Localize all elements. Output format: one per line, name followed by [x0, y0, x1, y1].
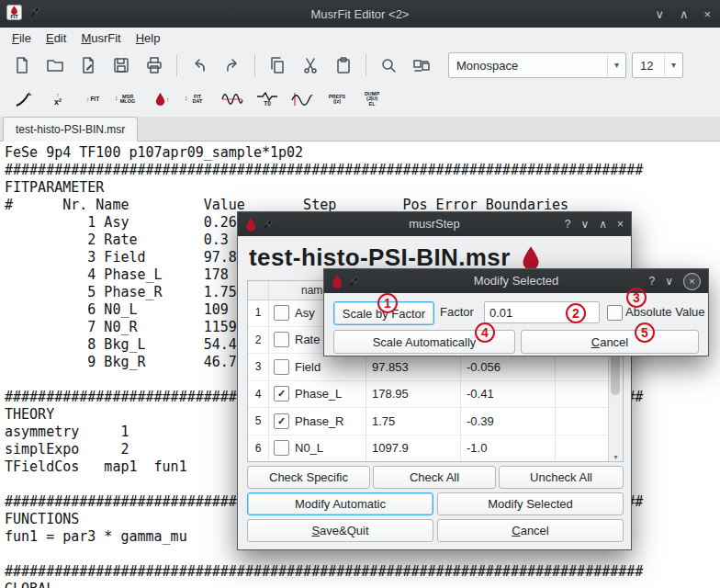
- close-button[interactable]: ×: [703, 7, 711, 21]
- row-checkbox[interactable]: [274, 440, 289, 456]
- row-checkbox[interactable]: ✓: [274, 386, 289, 401]
- row-checkbox[interactable]: ✓: [274, 413, 289, 429]
- musr-calc-chisq-button[interactable]: ↑ x²: [44, 85, 72, 114]
- row-checkbox[interactable]: [274, 305, 289, 321]
- swap-arrow-icon: ↕: [115, 95, 118, 101]
- check-all-button[interactable]: Check All: [373, 466, 496, 489]
- chevron-down-icon[interactable]: ▾: [664, 54, 682, 76]
- name-cell: N0_L: [269, 435, 366, 462]
- scrollbar-down-icon[interactable]: ▼: [609, 454, 623, 460]
- copy-button[interactable]: [264, 52, 290, 78]
- musr-fit-button[interactable]: ↑FIT: [79, 85, 107, 114]
- musrstep-titlebar[interactable]: musrStep ? ∨ ∧ ×: [238, 212, 631, 236]
- editor-line: ########################################…: [5, 162, 720, 179]
- param-name: Phase_R: [295, 414, 343, 428]
- absolute-value-checkbox[interactable]: [607, 305, 623, 321]
- up-arrow-icon: ↑: [166, 96, 170, 103]
- maximize-button[interactable]: ∧: [680, 7, 689, 21]
- menubar: File Edit MusrFit Help: [0, 28, 720, 49]
- musr-wiz-button[interactable]: [9, 85, 37, 114]
- font-family-combobox[interactable]: Monospace ▾: [448, 52, 626, 78]
- check-specific-button[interactable]: Check Specific: [247, 466, 370, 489]
- t0-label: T0: [264, 101, 271, 107]
- close-button[interactable]: ×: [617, 218, 624, 231]
- search-icon: [379, 56, 398, 74]
- chevron-down-icon[interactable]: ▾: [607, 54, 625, 76]
- font-size-combobox[interactable]: 12 ▾: [632, 52, 683, 78]
- modify-selected-dialog: Modify Selected ? ∨ × Scale by Factor Fa…: [323, 268, 709, 356]
- annotation-4: 4: [475, 322, 495, 343]
- value-cell: 97.853: [366, 354, 461, 380]
- empty-cell: [556, 435, 609, 462]
- row-number: 2: [248, 327, 269, 354]
- undo-button[interactable]: [186, 52, 212, 78]
- file-toolbar: Monospace ▾ 12 ▾: [0, 49, 720, 82]
- musr-dump-button[interactable]: DUMP (J|U) EL: [358, 85, 386, 114]
- font-family-value: Monospace: [449, 59, 607, 73]
- save-quit-button[interactable]: Save&Quit: [247, 519, 433, 542]
- app-icon-label: FIT: [10, 14, 18, 19]
- musr-view-button[interactable]: [219, 85, 246, 114]
- menu-edit[interactable]: Edit: [39, 29, 73, 48]
- musrstep-dialog: musrStep ? ∨ ∧ × test-histo-PSI-BIN.msr …: [237, 211, 632, 550]
- scissors-icon: [301, 56, 320, 74]
- cancel-button[interactable]: Cancel: [521, 330, 699, 354]
- print-button[interactable]: [141, 52, 167, 78]
- reload-file-button[interactable]: [75, 52, 101, 78]
- titlebar[interactable]: FIT MusrFit Editor <2> ∨ ∧ ×: [0, 0, 720, 28]
- menu-help[interactable]: Help: [129, 29, 168, 48]
- table-row[interactable]: 4 ✓Phase_L 178.95 -0.41: [248, 381, 609, 409]
- musr-prefs-button[interactable]: PREFS (|z): [323, 85, 351, 114]
- row-checkbox[interactable]: [274, 359, 289, 375]
- musr-t0-button[interactable]: T0: [253, 85, 281, 114]
- step-cell: -1.0: [461, 435, 556, 462]
- param-name: Asy: [295, 306, 315, 320]
- cancel-button[interactable]: Cancel: [437, 519, 624, 542]
- table-row[interactable]: 3 Field 97.853 -0.056: [248, 354, 609, 381]
- wave-axis-icon: [291, 92, 313, 107]
- paste-icon: [334, 56, 353, 74]
- shade-button[interactable]: ∨: [665, 275, 673, 288]
- musr-ft-button[interactable]: [288, 85, 316, 114]
- table-row[interactable]: 6 N0_L 1097.9 -1.0: [248, 435, 609, 462]
- table-row[interactable]: 5 ✓Phase_R 1.75 -0.39: [248, 408, 609, 435]
- modify-titlebar[interactable]: Modify Selected ? ∨ ×: [324, 269, 708, 293]
- wave-icon: [221, 92, 243, 107]
- save-file-button[interactable]: [108, 52, 134, 78]
- shade-button[interactable]: ∨: [580, 218, 589, 231]
- printer-icon: [145, 56, 163, 74]
- help-button[interactable]: ?: [565, 218, 571, 231]
- swap-arrow-icon: ↕: [185, 95, 188, 101]
- tabbar: test-histo-PSI-BIN.msr: [0, 117, 720, 141]
- modify-automatic-button[interactable]: Modify Automatic: [247, 492, 433, 515]
- editor-line: FITPARAMETER: [5, 179, 720, 197]
- cut-button[interactable]: [298, 52, 323, 78]
- annotation-1: 1: [377, 293, 398, 313]
- unshade-button[interactable]: ∧: [599, 218, 607, 231]
- replace-button[interactable]: [409, 52, 434, 78]
- musr-step-button[interactable]: ↑: [149, 85, 176, 114]
- redo-button[interactable]: [219, 52, 245, 78]
- paste-button[interactable]: [331, 52, 356, 78]
- param-name: N0_L: [295, 441, 323, 455]
- empty-cell: [556, 381, 609, 408]
- find-button[interactable]: [376, 52, 401, 78]
- tab-test-histo-psi-bin[interactable]: test-histo-PSI-BIN.msr: [3, 117, 138, 141]
- minimize-button[interactable]: ∨: [655, 7, 664, 21]
- menu-musrfit[interactable]: MusrFit: [73, 29, 128, 48]
- menu-file[interactable]: File: [5, 29, 39, 48]
- param-name: Phase_L: [295, 387, 342, 401]
- open-file-button[interactable]: [42, 52, 68, 78]
- row-number: 3: [248, 354, 269, 380]
- uncheck-all-button[interactable]: Uncheck All: [499, 466, 624, 489]
- close-button[interactable]: ×: [683, 273, 701, 290]
- swap-msr-mlog-button[interactable]: ↕ MSR MLOG: [114, 85, 141, 114]
- window-title: MusrFit Editor <2>: [0, 7, 720, 21]
- row-checkbox[interactable]: [274, 332, 289, 347]
- fit-dat-button[interactable]: ↕ FIT DAT: [184, 85, 211, 114]
- toolbar-separator: [254, 54, 255, 76]
- help-button[interactable]: ?: [649, 275, 656, 288]
- modify-selected-button[interactable]: Modify Selected: [437, 492, 624, 515]
- toolbar-separator: [176, 54, 177, 76]
- new-file-button[interactable]: [9, 52, 35, 78]
